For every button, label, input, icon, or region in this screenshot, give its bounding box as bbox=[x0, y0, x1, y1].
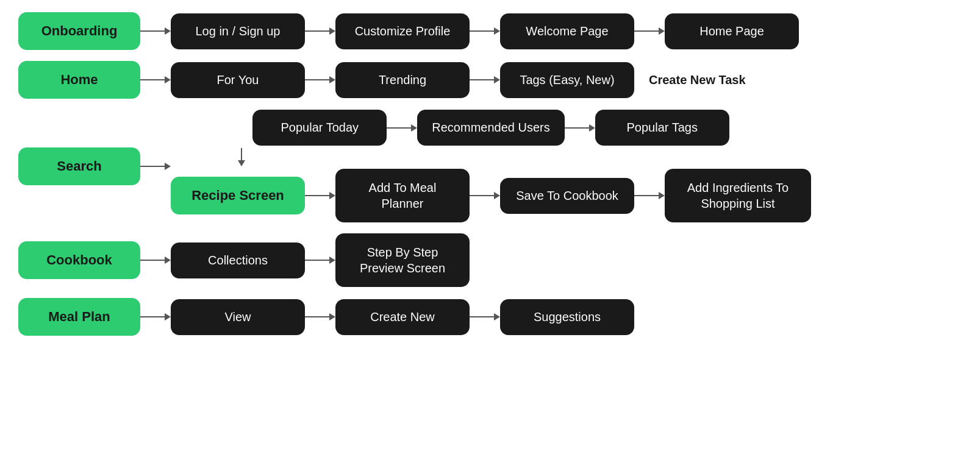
cookbook-row: Cookbook Collections Step By StepPreview… bbox=[18, 233, 962, 287]
recipe-screen-label: Recipe Screen bbox=[171, 177, 305, 214]
arrow-search-1 bbox=[140, 163, 171, 170]
mealplan-row: Meal Plan View Create New Suggestions bbox=[18, 298, 962, 336]
arrow-cookbook-2 bbox=[305, 257, 335, 264]
node-collections: Collections bbox=[171, 243, 305, 278]
node-home-page: Home Page bbox=[665, 13, 799, 49]
node-tags: Tags (Easy, New) bbox=[500, 62, 634, 98]
diagram: Onboarding Log in / Sign up Customize Pr… bbox=[0, 0, 980, 471]
node-create-new: Create New bbox=[335, 299, 470, 335]
arrow-down-to-recipe bbox=[238, 148, 245, 166]
arrow-recipe-3 bbox=[634, 192, 665, 199]
mealplan-label: Meal Plan bbox=[18, 298, 140, 336]
search-label: Search bbox=[18, 147, 140, 185]
node-save-cookbook: Save To Cookbook bbox=[500, 178, 634, 214]
arrow-home-2 bbox=[305, 76, 335, 83]
home-row: Home For You Trending Tags (Easy, New) C… bbox=[18, 61, 962, 99]
node-customize-profile: Customize Profile bbox=[335, 13, 470, 49]
home-label: Home bbox=[18, 61, 140, 99]
node-popular-today: Popular Today bbox=[252, 110, 387, 146]
node-add-ingredients: Add Ingredients ToShopping List bbox=[665, 169, 811, 222]
arrow-mealplan-3 bbox=[470, 313, 500, 320]
node-create-new-task: Create New Task bbox=[634, 62, 760, 98]
node-login-signup: Log in / Sign up bbox=[171, 13, 305, 49]
node-trending: Trending bbox=[335, 62, 470, 98]
node-step-preview: Step By StepPreview Screen bbox=[335, 233, 470, 287]
arrow-onboarding-4 bbox=[634, 27, 665, 35]
node-popular-tags: Popular Tags bbox=[595, 110, 729, 146]
onboarding-label: Onboarding bbox=[18, 12, 140, 50]
node-view: View bbox=[171, 299, 305, 335]
arrow-onboarding-1 bbox=[140, 27, 171, 35]
node-welcome-page: Welcome Page bbox=[500, 13, 634, 49]
arrow-cookbook-1 bbox=[140, 257, 171, 264]
arrow-recipe-1 bbox=[305, 192, 335, 199]
arrow-onboarding-2 bbox=[305, 27, 335, 35]
node-suggestions: Suggestions bbox=[500, 299, 634, 335]
arrow-recipe-2 bbox=[470, 192, 500, 199]
arrow-mealplan-1 bbox=[140, 313, 171, 320]
arrow-mealplan-2 bbox=[305, 313, 335, 320]
cookbook-label: Cookbook bbox=[18, 241, 140, 279]
onboarding-row: Onboarding Log in / Sign up Customize Pr… bbox=[18, 12, 962, 50]
node-add-meal-planner: Add To MealPlanner bbox=[335, 169, 470, 222]
arrow-search-2 bbox=[387, 124, 417, 132]
node-recommended-users: Recommended Users bbox=[417, 110, 564, 146]
search-row: Search Popular Today Recommended Users P… bbox=[18, 110, 962, 222]
arrow-onboarding-3 bbox=[470, 27, 500, 35]
arrow-home-3 bbox=[470, 76, 500, 83]
node-for-you: For You bbox=[171, 62, 305, 98]
arrow-search-3 bbox=[565, 124, 595, 132]
arrow-home-1 bbox=[140, 76, 171, 83]
